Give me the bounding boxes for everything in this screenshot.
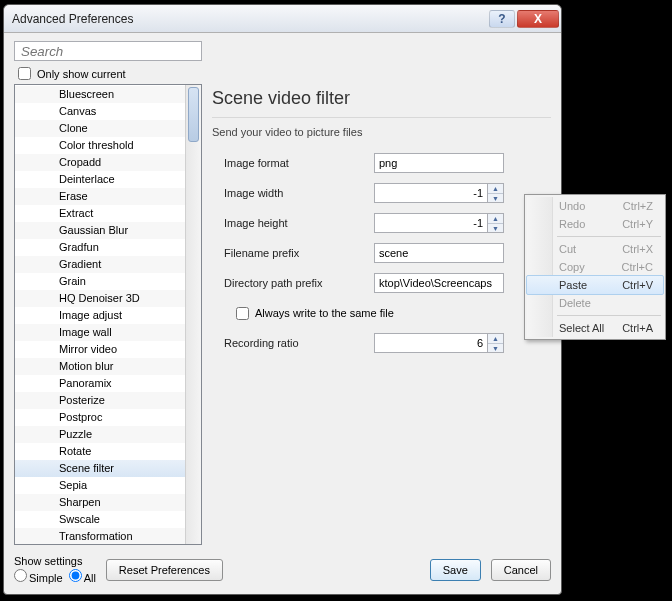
ctx-separator [557,236,661,237]
tree-item[interactable]: HQ Denoiser 3D [15,290,185,307]
image-format-input[interactable] [374,153,504,173]
tree-item[interactable]: Transformation [15,528,185,544]
tree-item[interactable]: Cropadd [15,154,185,171]
tree-scrollbar[interactable] [185,85,201,544]
directory-prefix-input[interactable] [374,273,504,293]
all-radio-label[interactable]: All [69,569,96,584]
page-title: Scene video filter [212,84,551,118]
titlebar: Advanced Preferences ? X [4,5,561,33]
ctx-redo[interactable]: RedoCtrl+Y [527,215,663,233]
image-height-label: Image height [224,217,374,229]
preferences-window: Advanced Preferences ? X Only show curre… [3,4,562,595]
tree-item[interactable]: Deinterlace [15,171,185,188]
tree-item[interactable]: Puzzle [15,426,185,443]
tree-scroll-thumb[interactable] [188,87,199,142]
tree-item[interactable]: Gaussian Blur [15,222,185,239]
ctx-undo[interactable]: UndoCtrl+Z [527,197,663,215]
search-input[interactable] [14,41,202,61]
ctx-separator [557,315,661,316]
tree-item[interactable]: Scene filter [15,460,185,477]
tree-item[interactable]: Sepia [15,477,185,494]
context-menu: UndoCtrl+Z RedoCtrl+Y CutCtrl+X CopyCtrl… [524,194,666,340]
ctx-copy[interactable]: CopyCtrl+C [527,258,663,276]
category-tree[interactable]: BluescreenCanvasCloneColor thresholdCrop… [14,84,202,545]
tree-item[interactable]: Gradfun [15,239,185,256]
tree-item[interactable]: Sharpen [15,494,185,511]
tree-item[interactable]: Image adjust [15,307,185,324]
tree-item[interactable]: Extract [15,205,185,222]
recording-ratio-label: Recording ratio [224,337,374,349]
page-subtitle: Send your video to picture files [212,126,551,138]
reset-preferences-button[interactable]: Reset Preferences [106,559,223,581]
image-width-spinner[interactable]: ▲▼ [488,183,504,203]
tree-item[interactable]: Motion blur [15,358,185,375]
help-button[interactable]: ? [489,10,515,28]
directory-prefix-label: Directory path prefix [224,277,374,289]
all-radio[interactable] [69,569,82,582]
only-show-current-row: Only show current [18,67,551,80]
image-height-spinner[interactable]: ▲▼ [488,213,504,233]
tree-item[interactable]: Gradient [15,256,185,273]
window-title: Advanced Preferences [12,12,487,26]
tree-item[interactable]: Mirror video [15,341,185,358]
always-write-checkbox[interactable] [236,307,249,320]
always-write-label: Always write to the same file [255,307,394,319]
show-settings-label: Show settings [14,555,96,567]
image-width-input[interactable] [374,183,488,203]
ctx-paste[interactable]: PasteCtrl+V [526,275,664,295]
tree-item[interactable]: Swscale [15,511,185,528]
tree-item[interactable]: Image wall [15,324,185,341]
tree-item[interactable]: Clone [15,120,185,137]
tree-item[interactable]: Posterize [15,392,185,409]
tree-item[interactable]: Color threshold [15,137,185,154]
tree-item[interactable]: Rotate [15,443,185,460]
filename-prefix-input[interactable] [374,243,504,263]
recording-ratio-spinner[interactable]: ▲▼ [488,333,504,353]
tree-item[interactable]: Erase [15,188,185,205]
tree-item[interactable]: Canvas [15,103,185,120]
only-show-current-checkbox[interactable] [18,67,31,80]
simple-radio[interactable] [14,569,27,582]
tree-item[interactable]: Panoramix [15,375,185,392]
image-format-label: Image format [224,157,374,169]
tree-item[interactable]: Bluescreen [15,86,185,103]
tree-item[interactable]: Grain [15,273,185,290]
only-show-current-label: Only show current [37,68,126,80]
cancel-button[interactable]: Cancel [491,559,551,581]
ctx-select-all[interactable]: Select AllCtrl+A [527,319,663,337]
recording-ratio-input[interactable] [374,333,488,353]
tree-item[interactable]: Postproc [15,409,185,426]
filename-prefix-label: Filename prefix [224,247,374,259]
ctx-delete[interactable]: Delete [527,294,663,312]
simple-radio-label[interactable]: Simple [14,569,63,584]
ctx-cut[interactable]: CutCtrl+X [527,240,663,258]
close-button[interactable]: X [517,10,559,28]
image-height-input[interactable] [374,213,488,233]
save-button[interactable]: Save [430,559,481,581]
image-width-label: Image width [224,187,374,199]
